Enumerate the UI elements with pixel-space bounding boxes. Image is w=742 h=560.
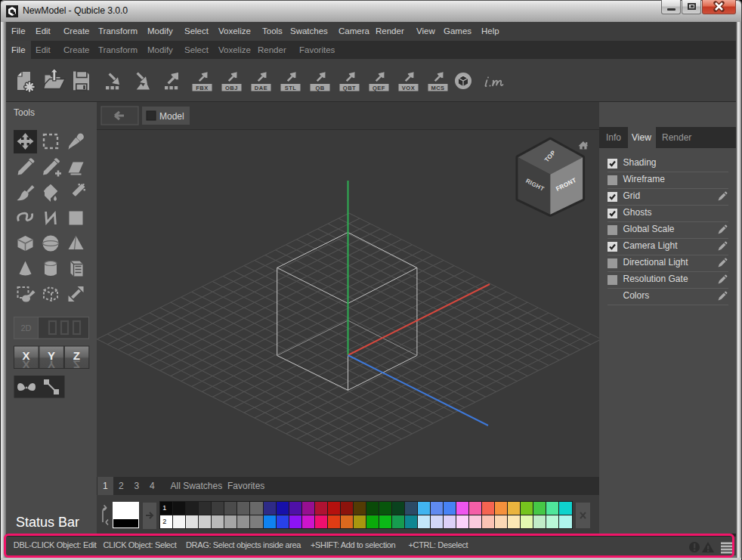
- svg-text:VOX: VOX: [402, 85, 415, 91]
- svg-text:FBX: FBX: [196, 85, 209, 91]
- svg-text:QEF: QEF: [373, 85, 385, 91]
- svg-text:Z: Z: [73, 358, 80, 371]
- svg-text:MCS: MCS: [431, 85, 444, 91]
- svg-text:X: X: [22, 358, 29, 371]
- svg-text:2D: 2D: [20, 323, 31, 333]
- svg-text:DAE: DAE: [255, 85, 267, 91]
- svg-text:QB: QB: [315, 85, 324, 91]
- svg-text:STL: STL: [285, 85, 297, 91]
- svg-text:OBJ: OBJ: [225, 85, 238, 91]
- svg-text:Model: Model: [159, 111, 184, 122]
- svg-text:Y: Y: [48, 358, 55, 371]
- svg-text:QBT: QBT: [343, 85, 356, 91]
